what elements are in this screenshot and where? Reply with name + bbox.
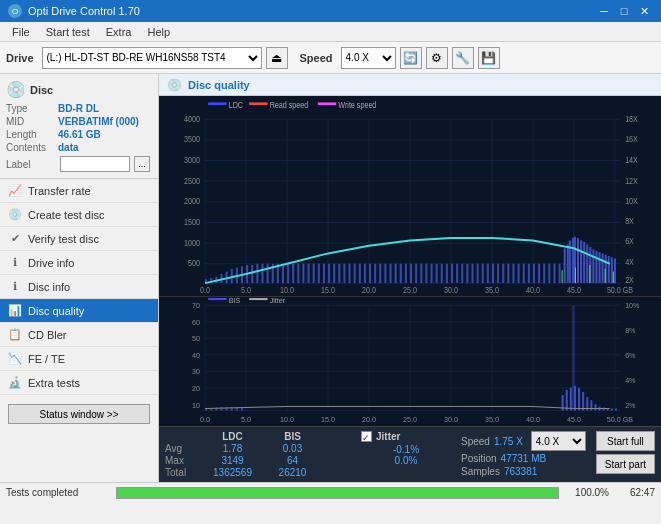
progress-bar-container: [116, 487, 559, 499]
fe-te-icon: 📉: [8, 352, 22, 365]
maximize-button[interactable]: □: [615, 3, 633, 19]
svg-rect-144: [575, 268, 576, 283]
svg-rect-103: [451, 264, 453, 283]
total-label: Total: [165, 467, 200, 478]
disc-length-value: 46.61 GB: [58, 129, 101, 140]
title-bar-left: O Opti Drive Control 1.70: [8, 4, 140, 18]
svg-rect-89: [379, 264, 381, 283]
svg-rect-75: [308, 264, 310, 283]
svg-rect-60: [231, 269, 233, 283]
svg-text:50.0 GB: 50.0 GB: [607, 415, 633, 424]
sidebar-item-extra-tests[interactable]: 🔬 Extra tests: [0, 371, 158, 395]
save-button[interactable]: 💾: [478, 47, 500, 69]
svg-rect-98: [425, 264, 427, 283]
sidebar-item-fe-te[interactable]: 📉 FE / TE: [0, 347, 158, 371]
right-stats: Speed 1.75 X 4.0 X 8.0 X Position 47731 …: [461, 431, 586, 477]
svg-rect-190: [208, 298, 226, 300]
status-time: 62:47: [615, 487, 655, 498]
svg-text:8%: 8%: [625, 326, 636, 335]
svg-rect-53: [318, 102, 336, 105]
sidebar-item-drive-info[interactable]: ℹ Drive info: [0, 251, 158, 275]
svg-rect-132: [583, 242, 585, 283]
menu-start-test[interactable]: Start test: [38, 24, 98, 40]
settings-button1[interactable]: ⚙: [426, 47, 448, 69]
svg-rect-92: [395, 264, 397, 283]
menu-file[interactable]: File: [4, 24, 38, 40]
svg-rect-79: [328, 264, 330, 283]
svg-text:LDC: LDC: [229, 100, 243, 110]
svg-rect-99: [430, 264, 432, 283]
sidebar-item-disc-quality[interactable]: 📊 Disc quality: [0, 299, 158, 323]
disc-length-field: Length 46.61 GB: [6, 129, 152, 140]
top-chart-svg: 4000 3500 3000 2500 2000 1500 1000 500 1…: [159, 96, 661, 296]
svg-text:45.0: 45.0: [567, 415, 581, 424]
total-ldc: 1362569: [200, 467, 265, 478]
svg-rect-214: [611, 408, 613, 410]
drive-select[interactable]: (L:) HL-DT-ST BD-RE WH16NS58 TST4: [42, 47, 262, 69]
svg-rect-85: [359, 264, 361, 283]
settings-button2[interactable]: 🔧: [452, 47, 474, 69]
menu-help[interactable]: Help: [139, 24, 178, 40]
disc-label-browse[interactable]: ...: [134, 156, 150, 172]
speed-select[interactable]: 1.0 X 2.0 X 4.0 X 6.0 X 8.0 X: [341, 47, 396, 69]
svg-rect-130: [577, 238, 579, 283]
disc-label-input[interactable]: [60, 156, 130, 172]
svg-rect-120: [538, 264, 540, 283]
status-window-button[interactable]: Status window >>: [8, 404, 150, 424]
sidebar-nav: 📈 Transfer rate 💿 Create test disc ✔ Ver…: [0, 179, 158, 395]
sidebar-item-disc-info[interactable]: ℹ Disc info: [0, 275, 158, 299]
svg-rect-113: [502, 264, 504, 283]
svg-rect-80: [333, 264, 335, 283]
minimize-button[interactable]: ─: [595, 3, 613, 19]
svg-text:10%: 10%: [625, 301, 640, 310]
svg-rect-101: [441, 264, 443, 283]
svg-rect-102: [446, 264, 448, 283]
svg-text:14X: 14X: [625, 155, 638, 165]
svg-rect-111: [492, 264, 494, 283]
svg-rect-70: [282, 264, 284, 283]
samples-val: 763381: [504, 466, 537, 477]
sidebar-item-transfer-rate[interactable]: 📈 Transfer rate: [0, 179, 158, 203]
svg-rect-118: [528, 264, 530, 283]
svg-text:1000: 1000: [184, 238, 200, 248]
close-button[interactable]: ✕: [635, 3, 653, 19]
title-bar-controls: ─ □ ✕: [595, 3, 653, 19]
main-layout: 💿 Disc Type BD-R DL MID VERBATIMf (000) …: [0, 74, 661, 482]
stats-panel: LDC BIS Avg 1.78 0.03 Max 3149 64 Total …: [159, 426, 661, 482]
svg-text:Write speed: Write speed: [338, 100, 376, 110]
svg-rect-124: [559, 264, 561, 283]
sidebar-item-verify-test-disc[interactable]: ✔ Verify test disc: [0, 227, 158, 251]
disc-label-row: Label ...: [6, 156, 152, 172]
disc-section: 💿 Disc Type BD-R DL MID VERBATIMf (000) …: [0, 74, 158, 179]
start-part-button[interactable]: Start part: [596, 454, 655, 474]
svg-text:50: 50: [192, 334, 200, 343]
svg-rect-77: [318, 264, 320, 283]
svg-rect-109: [482, 264, 484, 283]
svg-text:10.0: 10.0: [280, 415, 294, 424]
position-val: 47731 MB: [501, 453, 547, 464]
svg-rect-95: [410, 264, 412, 283]
svg-rect-105: [461, 264, 463, 283]
menu-extra[interactable]: Extra: [98, 24, 140, 40]
eject-button[interactable]: ⏏: [266, 47, 288, 69]
cd-bler-icon: 📋: [8, 328, 22, 341]
sidebar-item-cd-bler[interactable]: 📋 CD Bler: [0, 323, 158, 347]
speed-dropdown[interactable]: 4.0 X 8.0 X: [531, 431, 586, 451]
svg-rect-100: [436, 264, 438, 283]
jitter-checkbox[interactable]: [361, 431, 372, 442]
svg-rect-110: [487, 264, 489, 283]
disc-contents-field: Contents data: [6, 142, 152, 153]
start-full-button[interactable]: Start full: [596, 431, 655, 451]
svg-rect-76: [313, 264, 315, 283]
svg-rect-140: [608, 256, 610, 283]
refresh-button[interactable]: 🔄: [400, 47, 422, 69]
svg-rect-123: [553, 264, 555, 283]
svg-rect-104: [456, 264, 458, 283]
svg-rect-210: [594, 404, 596, 410]
svg-rect-82: [343, 264, 345, 283]
svg-rect-207: [582, 392, 584, 411]
app-icon: O: [8, 4, 22, 18]
svg-text:35.0: 35.0: [485, 286, 499, 296]
sidebar-item-create-test-disc[interactable]: 💿 Create test disc: [0, 203, 158, 227]
disc-type-label: Type: [6, 103, 56, 114]
